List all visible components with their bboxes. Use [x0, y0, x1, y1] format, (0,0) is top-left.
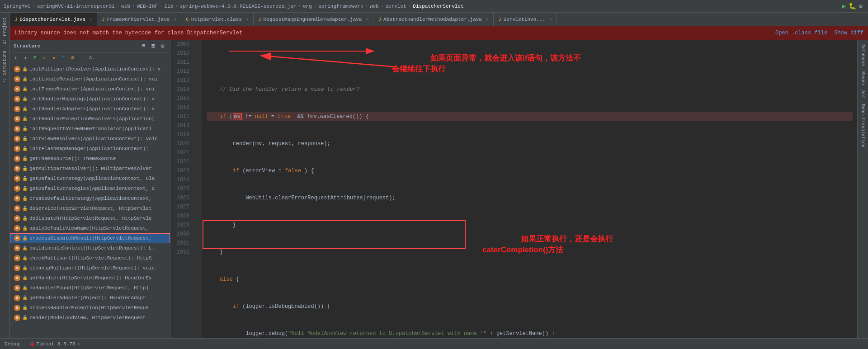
sidebar-structure[interactable]: 7: Structure	[1, 48, 9, 86]
list-item[interactable]: m 🔒 getDefaultStrategies(ApplicationCont…	[10, 184, 170, 193]
breadcrumb-springmvc[interactable]: SpringMVC	[4, 4, 30, 9]
debug-icon[interactable]: 🐛	[849, 2, 856, 10]
tab-requestmapping[interactable]: J RequestMappingHandlerAdapter.java ✕	[254, 13, 373, 26]
tab-label: DispatcherServlet.java	[20, 17, 85, 22]
list-item[interactable]: m 🔒 createDefaultStrategy(ApplicationCon…	[10, 193, 170, 203]
open-class-file-button[interactable]: Open .class file	[775, 30, 827, 36]
list-item[interactable]: m 🔒 initMultipartResolver(ApplicationCon…	[10, 64, 170, 74]
list-item[interactable]: m 🔒 initHandlerExceptionResolvers(Applic…	[10, 114, 170, 124]
list-item[interactable]: m 🔒 getDefaultStrategy(ApplicationContex…	[10, 174, 170, 184]
close-tab-icon[interactable]: ✕	[174, 17, 176, 22]
list-item[interactable]: m 🔒 doDispatch(HttpServletRequest, HttpS…	[10, 213, 170, 223]
close-tab-icon[interactable]: ✕	[549, 17, 552, 22]
show-diff-button[interactable]: Show diff	[834, 30, 863, 36]
breadcrumb-dispatcherservlet: DispatcherServlet	[413, 4, 463, 9]
breadcrumb-web[interactable]: web	[121, 4, 130, 9]
code-editor: 1009 1010 1011 1012 1013 1014 1015 1016 …	[170, 40, 857, 338]
list-item[interactable]: m 🔒 initRequestToViewNameTranslator(Appl…	[10, 124, 170, 134]
breadcrumb-org[interactable]: org	[303, 4, 312, 9]
code-line-1018: if (logger.isDebugEnabled()) {	[207, 302, 853, 311]
class-icon: C	[186, 17, 189, 22]
code-line-1014: WebUtils.clearErrorRequestAttributes(req…	[207, 193, 853, 203]
tab-label: RequestMappingHandlerAdapter.java	[264, 17, 362, 22]
run-icon[interactable]: ▶	[842, 2, 846, 10]
list-item[interactable]: m 🔒 cleanupMultipart(HttpServletRequest)…	[10, 263, 170, 273]
editor-layout: Structure ≡ ≣ ⚙ ⬇ ⬆ P ○ ● f	[10, 40, 868, 338]
tab-dispatcherservlet[interactable]: J DispatcherServlet.java ✕	[10, 13, 97, 26]
warning-bar: Library source does not match the byteco…	[10, 26, 868, 40]
tab-abstracthandler[interactable]: J AbstractHandlerMethodAdapter.java ✕	[373, 13, 493, 26]
status-icon: 🐞	[29, 341, 35, 347]
breadcrumb-servlet[interactable]: servlet	[386, 4, 406, 9]
private-icon[interactable]: ●	[50, 54, 58, 62]
list-item-selected[interactable]: m 🔒 processDispatchResult(HttpServletReq…	[10, 233, 170, 243]
close-tab-icon[interactable]: ✕	[246, 17, 249, 22]
list-item[interactable]: m 🔒 buildLocaleContext(HttpServletReques…	[10, 243, 170, 253]
expand-all-icon[interactable]: ⬇	[12, 54, 20, 62]
close-tab-icon[interactable]: ✕	[90, 17, 92, 22]
sidebar-bean[interactable]: Bean-translation	[859, 101, 867, 150]
settings-icon[interactable]: ⚙	[159, 42, 166, 50]
breadcrumb-springframework[interactable]: springframework	[318, 4, 363, 9]
list-item[interactable]: m 🔒 checkMultipart(HttpServletRequest): …	[10, 253, 170, 263]
method-icon[interactable]: m	[69, 54, 77, 62]
list-item[interactable]: m 🔒 noHandlerFound(HttpServletRequest, H…	[10, 283, 170, 293]
inner-layout: 1: Project 7: Structure J DispatcherServ…	[0, 13, 868, 338]
code-scroll[interactable]: 1009 1010 1011 1012 1013 1014 1015 1016 …	[170, 40, 857, 338]
sort-alpha-icon[interactable]: A↓	[88, 54, 96, 62]
list-item[interactable]: m 🔒 getMultipartResolver(): MultipartRes…	[10, 164, 170, 174]
list-item[interactable]: m 🔒 initLocaleResolver(ApplicationContex…	[10, 74, 170, 84]
panel-header: Structure ≡ ≣ ⚙	[10, 40, 170, 52]
list-item[interactable]: m 🔒 initHandlerMappings(ApplicationConte…	[10, 94, 170, 104]
tab-label: ServletInvo...	[504, 17, 545, 22]
app-window: SpringMVC › springMVC-11-interceptor01 ›…	[0, 0, 868, 349]
inherit-icon[interactable]: ↑	[78, 54, 86, 62]
list-item[interactable]: m 🔒 initThemeResolver(ApplicationContext…	[10, 84, 170, 94]
list-item[interactable]: m 🔒 doService(HttpServletRequest, HttpSe…	[10, 203, 170, 213]
close-tab-icon[interactable]: ✕	[366, 17, 368, 22]
tab-frameworkservlet[interactable]: J FrameworkServlet.java ✕	[97, 13, 181, 26]
java-icon: J	[258, 17, 261, 22]
public-icon[interactable]: P	[31, 54, 39, 62]
java-icon: J	[498, 17, 501, 22]
list-item[interactable]: m 🔒 applyDefaultViewName(HttpServletRequ…	[10, 223, 170, 233]
breadcrumb-lib[interactable]: lib	[165, 4, 174, 9]
filter-icon[interactable]: ≣	[150, 42, 157, 50]
java-icon: J	[102, 17, 105, 22]
content-area: J DispatcherServlet.java ✕ J FrameworkSe…	[10, 13, 868, 338]
tab-httpservlet[interactable]: C HttpServlet.class ✕	[181, 13, 254, 26]
list-item[interactable]: m 🔒 getHandler(HttpServletRequest): Hand…	[10, 273, 170, 283]
list-item[interactable]: m 🔒 processHandlerException(HttpServletR…	[10, 303, 170, 313]
sidebar-ant[interactable]: Ant	[859, 88, 867, 101]
java-icon: J	[14, 17, 18, 22]
list-item[interactable]: m 🔒 getHandlerAdapter(Object): HandlerAd…	[10, 293, 170, 303]
tomcat-label: Tomcat 8.5.78	[37, 341, 75, 347]
status-bar: Debug: 🐞 Tomcat 8.5.78 ✕	[0, 338, 868, 349]
collapse-all-icon[interactable]: ⬆	[21, 54, 29, 62]
list-item[interactable]: m 🔒 getThemeSource(): ThemeSource	[10, 154, 170, 164]
list-item[interactable]: m 🔒 initFlashMapManager(ApplicationConte…	[10, 144, 170, 154]
list-item[interactable]: m 🔒 initHandlerAdapters(ApplicationConte…	[10, 104, 170, 114]
breadcrumb-jar[interactable]: spring-webmvc-4.0.0.RELEASE-sources.jar	[180, 4, 296, 9]
tomcat-status: 🐞 Tomcat 8.5.78 ✕	[29, 341, 80, 347]
right-sidebar: Database Maven Ant Bean-translation	[857, 40, 868, 338]
annotation-2: 如果正常执行，还是会执行caterCompletion()方法	[482, 223, 663, 266]
breadcrumb-interceptor[interactable]: springMVC-11-interceptor01	[37, 4, 115, 9]
sort-icon[interactable]: ≡	[140, 42, 147, 50]
java-icon: J	[378, 17, 381, 22]
breadcrumb-web[interactable]: web	[370, 4, 379, 9]
gutter	[193, 40, 202, 338]
list-item[interactable]: m 🔒 render(ModelAndView, HttpServletRequ…	[10, 313, 170, 323]
close-tab-icon[interactable]: ✕	[486, 17, 489, 22]
close-debug-icon[interactable]: ✕	[77, 341, 80, 347]
tab-servletinvo[interactable]: J ServletInvo... ✕	[494, 13, 557, 26]
sidebar-database[interactable]: Database	[859, 42, 867, 69]
settings-icon[interactable]: ⚙	[859, 3, 863, 10]
breadcrumb-webinf[interactable]: WEB-INF	[137, 4, 158, 9]
struct-list: m 🔒 initMultipartResolver(ApplicationCon…	[10, 64, 170, 338]
field-icon[interactable]: f	[59, 54, 67, 62]
list-item[interactable]: m 🔒 initViewResolvers(ApplicationContext…	[10, 134, 170, 144]
sidebar-maven[interactable]: Maven	[859, 69, 867, 88]
protected-icon[interactable]: ○	[40, 54, 48, 62]
sidebar-project[interactable]: 1: Project	[1, 14, 9, 47]
